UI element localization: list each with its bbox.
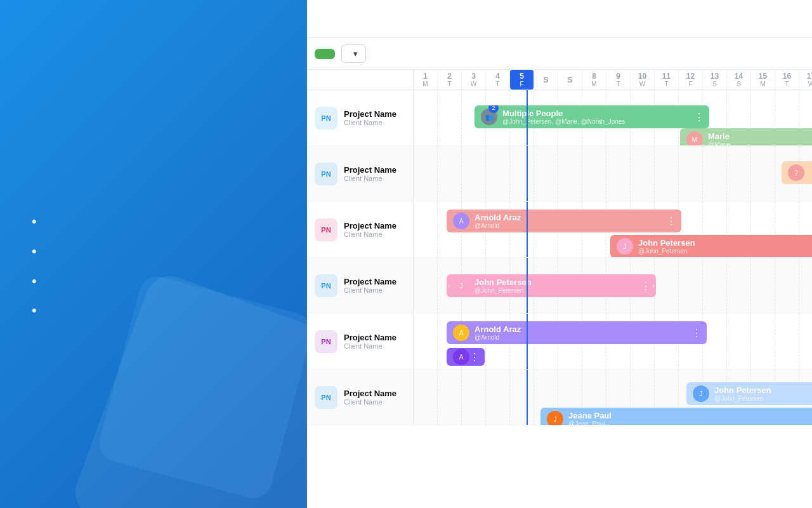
- today-indicator: [527, 202, 528, 257]
- gantt-bar-bar6[interactable]: JJohn Petersen@John_Petersen‹›⋮: [447, 274, 656, 297]
- date-cell-17: 17W: [799, 70, 812, 90]
- project-sidebar-item[interactable]: PN Project Name Client Name: [307, 370, 414, 425]
- project-name: Project Name: [344, 277, 396, 286]
- project-name: Project Name: [344, 109, 396, 119]
- date-cell-4: 4T: [486, 70, 510, 90]
- next-month-button[interactable]: [575, 10, 593, 28]
- today-indicator: [527, 314, 528, 369]
- date-cell-11: 11T: [655, 70, 679, 90]
- project-name: Project Name: [344, 165, 396, 175]
- project-sidebar-item[interactable]: PN Project Name Client Name: [307, 146, 414, 201]
- gantt-chart-area: AArnold Araz@Arnold⋮A⋮: [414, 314, 812, 369]
- project-sidebar-item[interactable]: PN Project Name Client Name: [307, 258, 414, 313]
- project-name: Project Name: [344, 333, 396, 342]
- gantt-row: PN Project Name Client Name JJohn Peters…: [307, 370, 812, 425]
- toolbar: ▾: [307, 38, 812, 70]
- project-name: Project Name: [344, 221, 396, 231]
- date-cell-10: 10W: [631, 70, 655, 90]
- client-name: Client Name: [344, 342, 396, 350]
- project-avatar: PN: [315, 386, 337, 409]
- today-indicator: [527, 146, 528, 201]
- gantt-bar-bar10[interactable]: JJeane Paul@Jean_Paul⋮: [540, 408, 812, 425]
- project-sidebar-item[interactable]: PN Project Name Client Name: [307, 202, 414, 257]
- client-name: Client Name: [344, 398, 396, 406]
- gantt-bar-bar7[interactable]: AArnold Araz@Arnold⋮: [447, 321, 707, 344]
- client-name: Client Name: [344, 119, 396, 126]
- project-avatar: PN: [315, 107, 337, 130]
- gantt-row: PN Project Name Client Name JJohn Peters…: [307, 258, 812, 314]
- bar-more-options[interactable]: ⋮: [641, 280, 651, 292]
- bullet-2: [32, 243, 275, 261]
- gantt-chart-area: ?⋮: [414, 146, 812, 201]
- dates-area: 1M2T3W4T5FSS8M9T10W11T12F13S14S15M16T17W: [414, 70, 812, 90]
- date-cell-15: 15M: [751, 70, 775, 90]
- gantt-bar-bar1[interactable]: 👥2Multiple People@John_Petersen, @Marie,…: [475, 105, 709, 128]
- gantt-row: PN Project Name Client Name 👥2Multiple P…: [307, 90, 812, 146]
- date-cell-2: 2T: [438, 70, 462, 90]
- client-name: Client Name: [344, 231, 396, 238]
- gantt-body: PN Project Name Client Name 👥2Multiple P…: [307, 90, 812, 508]
- gantt-bar-bar4[interactable]: AArnold Araz@Arnold⋮: [447, 210, 681, 232]
- today-indicator: [527, 370, 528, 425]
- feature-list: [32, 213, 275, 331]
- date-cell-12: 12F: [679, 70, 703, 90]
- bar-more-options[interactable]: ⋮: [691, 327, 702, 339]
- bullet-3: [32, 272, 275, 291]
- left-panel: [0, 0, 307, 508]
- date-cell-3: 3W: [462, 70, 486, 90]
- bar-more-options[interactable]: ⋮: [694, 111, 704, 123]
- date-cell-13: 13S: [703, 70, 727, 90]
- today-indicator: [527, 90, 528, 145]
- project-info: Project Name Client Name: [344, 389, 396, 406]
- date-cell-5: 5F: [510, 70, 534, 90]
- project-avatar: PN: [315, 330, 337, 353]
- project-info: Project Name Client Name: [344, 221, 396, 238]
- project-info: Project Name Client Name: [344, 109, 396, 126]
- client-name: Client Name: [344, 286, 396, 294]
- gantt-row: PN Project Name Client Name ?⋮: [307, 146, 812, 202]
- calendar-header: [307, 0, 812, 38]
- date-cell-S: S: [534, 70, 558, 90]
- add-to-timeline-button[interactable]: [315, 49, 335, 59]
- project-name: Project Name: [344, 389, 396, 398]
- project-info: Project Name Client Name: [344, 333, 396, 350]
- project-sidebar-item[interactable]: PN Project Name Client Name: [307, 314, 414, 369]
- chevron-down-icon: ▾: [353, 49, 358, 58]
- date-cell-9: 9T: [606, 70, 631, 90]
- project-info: Project Name Client Name: [344, 277, 396, 294]
- project-avatar: PN: [315, 218, 337, 241]
- gantt-bar-bar3[interactable]: ?⋮: [782, 161, 812, 184]
- main-title: [32, 154, 275, 190]
- gantt-row: PN Project Name Client Name AArnold Araz…: [307, 314, 812, 370]
- bullet-1: [32, 213, 275, 231]
- date-cell-S: S: [558, 70, 582, 90]
- date-cell-16: 16T: [775, 70, 799, 90]
- gantt-bar-bar2[interactable]: MMarie@Marie⋮: [680, 128, 812, 145]
- prev-month-button[interactable]: [527, 10, 544, 28]
- bar-more-options[interactable]: ⋮: [666, 215, 676, 227]
- gantt-row: PN Project Name Client Name AArnold Araz…: [307, 202, 812, 258]
- gantt-chart-area: 👥2Multiple People@John_Petersen, @Marie,…: [414, 90, 812, 145]
- gantt-bar-bar9[interactable]: JJohn Petersen@John_Petersen⋮: [686, 382, 812, 405]
- view-by-dropdown[interactable]: ▾: [341, 44, 366, 63]
- date-cell-14: 14S: [727, 70, 751, 90]
- client-name: Client Name: [344, 175, 396, 182]
- gantt-bar-bar5[interactable]: JJohn Petersen@John_Petersen⋮: [610, 235, 812, 257]
- gantt-chart-area: JJohn Petersen@John_Petersen‹›⋮: [414, 258, 812, 313]
- date-cell-1: 1M: [414, 70, 438, 90]
- gantt-chart-area: AArnold Araz@Arnold⋮JJohn Petersen@John_…: [414, 202, 812, 257]
- project-sidebar-item[interactable]: PN Project Name Client Name: [307, 90, 414, 145]
- project-avatar: PN: [315, 163, 337, 185]
- project-info: Project Name Client Name: [344, 165, 396, 182]
- bullet-4: [32, 302, 275, 320]
- gantt-bar-bar8[interactable]: A⋮: [447, 348, 485, 366]
- gantt-chart-area: JJohn Petersen@John_Petersen⋮JJeane Paul…: [414, 370, 812, 425]
- today-indicator: [527, 258, 528, 313]
- date-cell-8: 8M: [582, 70, 606, 90]
- dates-row: 1M2T3W4T5FSS8M9T10W11T12F13S14S15M16T17W: [307, 70, 812, 90]
- project-avatar: PN: [315, 274, 337, 297]
- gantt-panel: ▾ 1M2T3W4T5FSS8M9T10W11T12F13S14S15M16T1…: [307, 0, 812, 508]
- project-col-header: [307, 70, 414, 90]
